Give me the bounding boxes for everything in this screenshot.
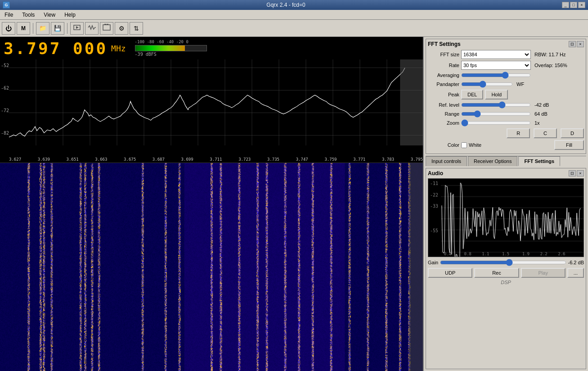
menu-file[interactable]: File <box>2 11 16 19</box>
fft-settings-title: FFT Settings <box>428 41 461 47</box>
ref-level-slider[interactable] <box>461 101 531 109</box>
save-icon: 💾 <box>54 25 61 32</box>
svg-rect-20 <box>400 59 423 145</box>
white-checkbox[interactable] <box>461 142 467 148</box>
freq-label-11: 3.759 <box>324 157 337 162</box>
averaging-row: Averaging <box>428 72 584 79</box>
network-button[interactable]: ⇅ <box>130 22 143 35</box>
settings-icon: ⚙ <box>119 25 125 32</box>
fft-settings-close[interactable]: × <box>577 41 584 47</box>
tab-bar: Input controls Receiver Options FFT Sett… <box>426 156 586 166</box>
ref-level-row: Ref. level -42 dB <box>428 101 584 109</box>
signal-bar-container <box>135 45 207 51</box>
gain-slider[interactable] <box>440 259 566 266</box>
audio-title: Audio <box>428 170 443 176</box>
freq-label-3: 3.663 <box>95 157 107 162</box>
tab-fft-settings[interactable]: FFT Settings <box>518 156 560 166</box>
zoom-display: 1x <box>534 120 540 126</box>
audio-canvas <box>428 179 584 257</box>
waveform-button[interactable] <box>85 22 99 35</box>
spectrum-panel: 3.797 000 MHz -100 -80 -60 -40 -20 0 -39… <box>0 37 423 371</box>
settings-button[interactable]: ⚙ <box>115 22 128 35</box>
rate-select[interactable]: 30 fps 15 fps 10 fps 5 fps <box>461 61 531 70</box>
network-icon: ⇅ <box>134 25 139 32</box>
fill-button[interactable]: Fill <box>554 140 584 150</box>
color-row: Color White Fill <box>428 140 584 150</box>
svg-rect-4 <box>107 24 108 25</box>
screenshot-button[interactable] <box>100 22 113 35</box>
range-slider[interactable] <box>461 110 531 118</box>
minimize-button[interactable]: _ <box>562 2 569 8</box>
save-button[interactable]: 💾 <box>51 22 64 35</box>
rcd-row: R C D <box>428 128 584 138</box>
zoom-slider[interactable] <box>461 119 531 127</box>
peak-row: Peak DEL Hold <box>428 90 584 100</box>
freq-label-14: 3.795 <box>411 157 423 162</box>
spectrum-display[interactable]: -52 -62 -72 -82 <box>0 59 423 163</box>
pandapter-label: Pandapter <box>428 81 459 87</box>
audio-display <box>428 178 584 257</box>
rbw-label: RBW: 11.7 Hz <box>534 52 566 57</box>
rec-button[interactable]: Rec <box>474 268 519 278</box>
waveform-icon <box>88 23 96 33</box>
close-button[interactable]: × <box>578 2 585 8</box>
freq-label-9: 3.735 <box>267 157 279 162</box>
memory-button[interactable]: M <box>17 22 30 35</box>
pandapter-row: Pandapter WF <box>428 81 584 88</box>
signal-bar <box>135 45 185 51</box>
freq-label-0: 3.627 <box>9 157 21 162</box>
overlap-display: Overlap: 156% <box>534 63 567 68</box>
open-button[interactable]: 📁 <box>36 22 49 35</box>
freq-label-12: 3.771 <box>353 157 365 162</box>
audio-restore[interactable]: ⊡ <box>569 170 576 176</box>
signal-level: -39 dBFS <box>135 52 157 57</box>
toolbar-separator <box>33 23 33 34</box>
tab-input-controls[interactable]: Input controls <box>426 156 467 166</box>
averaging-slider[interactable] <box>461 72 531 79</box>
spectrum-svg <box>9 59 423 152</box>
pandapter-slider[interactable] <box>461 81 513 88</box>
freq-label-4: 3.675 <box>124 157 136 162</box>
menubar: File Tools View Help <box>0 10 588 20</box>
waterfall-display[interactable] <box>0 163 423 371</box>
y-label-52: -52 <box>1 63 9 68</box>
averaging-label: Averaging <box>428 72 459 78</box>
y-label-62: -62 <box>1 86 9 90</box>
toolbar-separator-2 <box>67 23 67 34</box>
d-button[interactable]: D <box>561 128 584 138</box>
white-checkbox-label[interactable]: White <box>461 142 481 148</box>
power-icon: ⏻ <box>5 25 12 32</box>
fft-settings-restore[interactable]: ⊡ <box>569 41 576 47</box>
tab-receiver-options[interactable]: Receiver Options <box>468 156 517 166</box>
audio-close[interactable]: × <box>577 170 584 176</box>
right-panel: FFT Settings ⊡ × FFT size 16384 8192 409… <box>423 37 588 371</box>
waterfall-canvas <box>0 163 423 371</box>
record-button[interactable] <box>70 22 84 35</box>
open-icon: 📁 <box>39 25 46 32</box>
c-button[interactable]: C <box>534 128 557 138</box>
udp-button[interactable]: UDP <box>428 268 472 278</box>
ref-level-display: -42 dB <box>534 102 549 108</box>
svg-rect-3 <box>104 24 106 25</box>
main-area: 3.797 000 MHz -100 -80 -60 -40 -20 0 -39… <box>0 37 588 371</box>
ref-level-label: Ref. level <box>428 102 459 108</box>
play-button[interactable]: Play <box>521 268 566 278</box>
more-button[interactable]: ... <box>567 268 584 278</box>
menu-tools[interactable]: Tools <box>19 11 37 19</box>
menu-help[interactable]: Help <box>62 11 78 19</box>
r-button[interactable]: R <box>507 128 530 138</box>
del-button[interactable]: DEL <box>461 90 483 100</box>
fft-size-select[interactable]: 16384 8192 4096 2048 1024 <box>461 50 531 59</box>
app-icon: G <box>3 1 10 9</box>
power-button[interactable]: ⏻ <box>2 22 15 35</box>
fft-settings-panel: FFT Settings ⊡ × FFT size 16384 8192 409… <box>426 39 586 154</box>
menu-view[interactable]: View <box>41 11 58 19</box>
freq-label-8: 3.723 <box>238 157 251 162</box>
y-label-82: -82 <box>1 131 9 136</box>
maximize-button[interactable]: □ <box>570 2 577 8</box>
window-title: Gqrx 2.4 - fcd=0 <box>10 2 562 8</box>
window-controls: _ □ × <box>562 2 585 8</box>
gain-label: Gain <box>428 260 438 265</box>
frequency-value[interactable]: 3.797 000 <box>4 39 108 58</box>
hold-button[interactable]: Hold <box>485 90 508 100</box>
